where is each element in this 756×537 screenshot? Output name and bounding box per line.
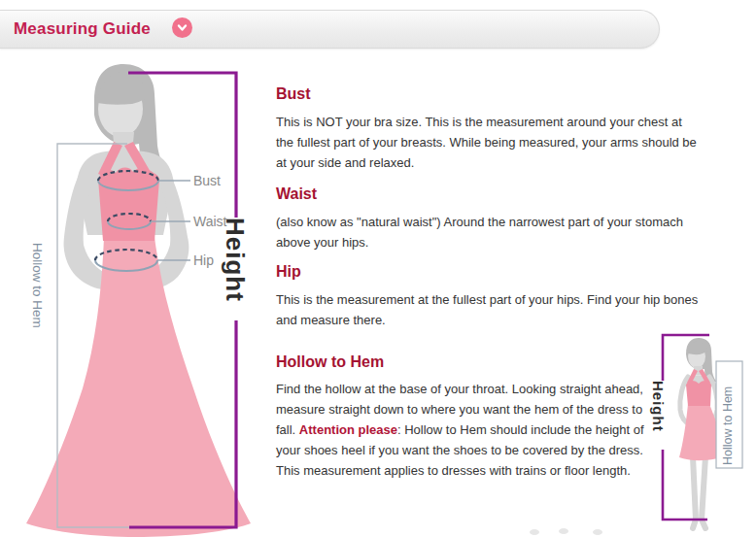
page-title: Measuring Guide — [14, 19, 151, 39]
attention-label: Attention please — [299, 422, 397, 437]
cropped-content-smudge — [559, 528, 568, 534]
small-figure-left-leg — [693, 456, 696, 528]
small-height-vertical-label: Height — [650, 381, 667, 451]
hollow-to-hem-vertical-label: Hollow to Hem — [30, 243, 45, 388]
dress-skirt — [26, 237, 251, 537]
bust-heading: Bust — [276, 84, 700, 104]
bust-description: This is NOT your bra size. This is the m… — [276, 112, 700, 173]
measuring-guide-page: Measuring Guide — [0, 0, 756, 537]
hollow-to-hem-description: Find the hollow at the base of your thro… — [276, 379, 649, 481]
small-dress-bodice — [686, 381, 711, 406]
section-waist: Waist (also know as "natural waist") Aro… — [276, 185, 700, 252]
waist-description: (also know as "natural waist") Around th… — [276, 212, 700, 252]
hip-heading: Hip — [276, 262, 700, 282]
cropped-content-smudge — [593, 529, 602, 535]
height-vertical-label: Height — [220, 218, 250, 322]
section-bust: Bust This is NOT your bra size. This is … — [276, 84, 700, 173]
cropped-content-smudge — [530, 529, 539, 535]
small-hollow-to-hem-vertical-label: Hollow to Hem — [721, 366, 735, 465]
measuring-guide-header[interactable]: Measuring Guide — [0, 10, 660, 49]
chevron-down-icon[interactable] — [172, 17, 192, 38]
small-figure-right-leg — [702, 456, 705, 528]
waist-heading: Waist — [276, 185, 700, 204]
hip-label: Hip — [193, 252, 214, 268]
bust-label: Bust — [193, 173, 221, 188]
